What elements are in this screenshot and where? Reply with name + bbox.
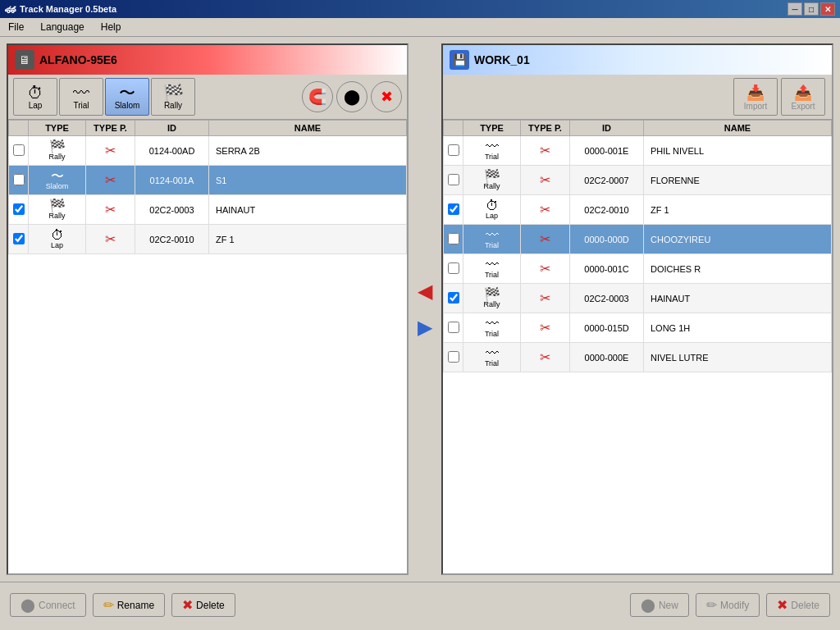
type-label: Slalom xyxy=(46,183,69,191)
row-name-cell: HAINAUT xyxy=(209,195,407,225)
row-checkbox[interactable] xyxy=(13,203,25,215)
scissors-icon: ✂ xyxy=(540,173,550,187)
minimize-button[interactable]: ─ xyxy=(788,2,802,16)
type-icon: 〜 xyxy=(51,170,64,183)
row-checkbox-cell xyxy=(444,254,463,284)
middle-buttons: ◀ ▶ xyxy=(409,43,441,575)
table-row[interactable]: 〜 Slalom ✂ 0124-001A S1 xyxy=(9,166,407,195)
close-button[interactable]: ✕ xyxy=(820,2,835,16)
scissors-icon: ✂ xyxy=(105,232,116,246)
table-row[interactable]: 🏁 Rally ✂ 02C2-0003 HAINAUT xyxy=(444,284,832,313)
row-checkbox-cell xyxy=(9,136,29,166)
row-checkbox[interactable] xyxy=(448,322,459,333)
row-id-cell: 0000-001C xyxy=(570,254,644,284)
type-icon: 〰 xyxy=(486,229,499,242)
table-row[interactable]: 🏁 Rally ✂ 0124-00AD SERRA 2B xyxy=(9,136,407,166)
row-checkbox[interactable] xyxy=(13,233,25,244)
row-type-cell: 🏁 Rally xyxy=(463,284,521,313)
connect-button[interactable]: ⬤ Connect xyxy=(10,593,86,617)
table-row[interactable]: 〰 Trial ✂ 0000-015D LONG 1H xyxy=(444,313,832,343)
menu-language[interactable]: Language xyxy=(35,20,89,34)
left-table-container: TYPE TYPE P. ID NAME 🏁 Rally ✂ xyxy=(8,120,407,573)
type-icon: 🏁 xyxy=(49,140,66,153)
type-label: Rally xyxy=(48,212,65,221)
trial-button[interactable]: 〰 Trial xyxy=(59,78,103,116)
scissors-icon: ✂ xyxy=(105,203,116,217)
row-checkbox[interactable] xyxy=(448,262,459,274)
circle-button[interactable]: ⬤ xyxy=(336,81,368,112)
row-type-cell: 🏁 Rally xyxy=(463,166,521,195)
row-id-cell: 02C2-0007 xyxy=(570,166,644,195)
import-button[interactable]: 📥 Import xyxy=(733,78,778,116)
row-typep-cell: ✂ xyxy=(86,225,135,254)
type-icon: 🏁 xyxy=(484,170,500,183)
right-col-name: NAME xyxy=(644,121,832,136)
type-label: Rally xyxy=(483,301,500,309)
type-icon: ⏱ xyxy=(486,199,499,212)
rename-button[interactable]: ✏ Rename xyxy=(93,593,165,617)
left-col-check xyxy=(9,121,29,136)
row-checkbox[interactable] xyxy=(13,144,25,156)
left-delete-button[interactable]: ✖ Delete xyxy=(171,593,235,617)
menu-file[interactable]: File xyxy=(3,20,29,34)
type-icon: 〰 xyxy=(486,347,499,360)
right-col-type: TYPE xyxy=(463,121,521,136)
type-icon: 🏁 xyxy=(484,288,500,301)
table-row[interactable]: 〰 Trial ✂ 0000-000E NIVEL LUTRE xyxy=(444,343,832,372)
modify-button[interactable]: ✏ Modify xyxy=(696,593,760,617)
lap-button[interactable]: ⏱ Lap xyxy=(13,78,57,116)
left-arrow-button[interactable]: ◀ xyxy=(410,276,440,306)
left-delete-icon: ✖ xyxy=(182,597,193,613)
row-name-cell: NIVEL LUTRE xyxy=(644,343,832,372)
menu-help[interactable]: Help xyxy=(96,20,126,34)
left-table: TYPE TYPE P. ID NAME 🏁 Rally ✂ xyxy=(8,120,407,254)
row-type-cell: 〰 Trial xyxy=(463,254,521,284)
row-checkbox-cell xyxy=(9,195,29,225)
row-checkbox-cell xyxy=(444,343,463,372)
row-id-cell: 0000-015D xyxy=(570,313,644,343)
row-checkbox[interactable] xyxy=(448,203,459,215)
table-row[interactable]: 🏁 Rally ✂ 02C2-0007 FLORENNE xyxy=(444,166,832,195)
right-arrow-button[interactable]: ▶ xyxy=(410,313,440,342)
bottom-bar-right: ⬤ New ✏ Modify ✖ Delete xyxy=(630,593,830,617)
row-type-cell: 〰 Trial xyxy=(463,313,521,343)
rally-button[interactable]: 🏁 Rally xyxy=(151,78,195,116)
app-title: Track Manager 0.5beta xyxy=(20,4,116,14)
right-delete-button[interactable]: ✖ Delete xyxy=(766,593,830,617)
row-id-cell: 02C2-0003 xyxy=(570,284,644,313)
table-row[interactable]: 〰 Trial ✂ 0000-001E PHIL NIVELL xyxy=(444,136,832,166)
table-row[interactable]: 〰 Trial ✂ 0000-000D CHOOZYIREU xyxy=(444,225,832,254)
magnet-button[interactable]: 🧲 xyxy=(302,81,333,112)
red-x-button[interactable]: ✖ xyxy=(371,81,402,112)
right-col-typep: TYPE P. xyxy=(521,121,570,136)
row-checkbox[interactable] xyxy=(448,174,459,185)
table-row[interactable]: 🏁 Rally ✂ 02C2-0003 HAINAUT xyxy=(9,195,407,225)
type-icon: 〰 xyxy=(486,140,499,153)
row-id-cell: 0000-001E xyxy=(570,136,644,166)
table-row[interactable]: ⏱ Lap ✂ 02C2-0010 ZF 1 xyxy=(444,195,832,225)
new-button[interactable]: ⬤ New xyxy=(630,593,689,617)
row-name-cell: LONG 1H xyxy=(644,313,832,343)
left-panel: 🖥 ALFANO-95E6 ⏱ Lap 〰 Trial 〜 Slalom 🏁 R… xyxy=(7,43,409,575)
scissors-icon: ✂ xyxy=(540,203,550,217)
menu-bar: File Language Help xyxy=(0,18,840,37)
row-checkbox[interactable] xyxy=(448,292,459,304)
export-button[interactable]: 📤 Export xyxy=(781,78,825,116)
window-controls: ─ □ ✕ xyxy=(788,2,835,16)
restore-button[interactable]: □ xyxy=(804,2,819,16)
row-id-cell: 0000-000D xyxy=(570,225,644,254)
table-row[interactable]: ⏱ Lap ✂ 02C2-0010 ZF 1 xyxy=(9,225,407,254)
slalom-button[interactable]: 〜 Slalom xyxy=(105,78,149,116)
row-typep-cell: ✂ xyxy=(521,225,570,254)
left-toolbar-right: 🧲 ⬤ ✖ xyxy=(302,81,402,112)
row-checkbox[interactable] xyxy=(448,233,459,244)
type-label: Trial xyxy=(485,360,499,368)
table-row[interactable]: 〰 Trial ✂ 0000-001C DOICHES R xyxy=(444,254,832,284)
right-col-id: ID xyxy=(570,121,644,136)
row-id-cell: 02C2-0010 xyxy=(570,195,644,225)
row-checkbox[interactable] xyxy=(13,174,25,185)
row-name-cell: CHOOZYIREU xyxy=(644,225,832,254)
row-checkbox[interactable] xyxy=(448,144,459,156)
row-checkbox[interactable] xyxy=(448,351,459,363)
row-checkbox-cell xyxy=(444,136,463,166)
